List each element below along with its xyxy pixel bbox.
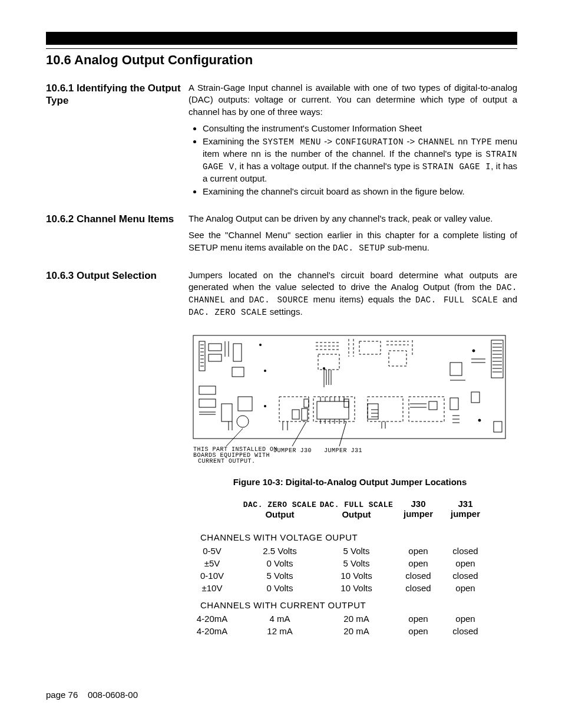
svg-rect-0: [193, 335, 505, 439]
table-row: ±10V0 Volts10 Voltsclosedopen: [183, 582, 517, 594]
subsection-heading: 10.6.1 Identifying the Output Type: [46, 82, 189, 107]
table-cell: 10 Volts: [318, 583, 395, 593]
table-cell: 4-20mA: [183, 626, 242, 636]
table-cell: 0-10V: [183, 571, 242, 581]
table-cell: closed: [395, 571, 442, 581]
svg-rect-74: [450, 363, 462, 375]
figure-note-line: CURRENT OUTPUT.: [198, 458, 256, 465]
paragraph: Jumpers located on the channel's circuit…: [189, 269, 517, 318]
table-header: DAC. ZERO SCALEOutput DAC. FULL SCALEOut…: [183, 498, 517, 521]
paragraph: A Strain-Gage Input channel is available…: [189, 82, 517, 118]
table-cell: ±5V: [183, 558, 242, 568]
table-cell: 10 Volts: [318, 571, 395, 581]
table-cell: 20 mA: [318, 614, 395, 624]
table-cell: closed: [395, 583, 442, 593]
list-item: Examining the SYSTEM MENU -> CONFIGURATI…: [203, 136, 517, 185]
table-cell: 0 Volts: [242, 583, 318, 593]
table-cell: open: [395, 546, 442, 556]
table-row: 0-10V5 Volts10 Voltsclosedclosed: [183, 569, 517, 582]
page-footer: page 76 008-0608-00: [46, 690, 138, 700]
table-cell: open: [442, 583, 489, 593]
svg-line-99: [339, 421, 346, 446]
jumper-table: DAC. ZERO SCALEOutput DAC. FULL SCALEOut…: [183, 498, 517, 637]
table-cell: 12 mA: [242, 626, 318, 636]
table-cell: open: [442, 614, 489, 624]
page-number: page 76: [46, 690, 78, 700]
header-rule: [46, 48, 517, 49]
svg-point-80: [472, 350, 475, 352]
svg-point-84: [478, 419, 481, 421]
svg-rect-17: [199, 399, 216, 407]
header-bar: [46, 32, 517, 45]
table-row: 0-5V2.5 Volts5 Voltsopenclosed: [183, 545, 517, 557]
subsection-heading: 10.6.2 Channel Menu Items: [46, 213, 189, 225]
svg-rect-10: [209, 354, 222, 361]
svg-rect-15: [232, 367, 244, 377]
svg-rect-56: [389, 351, 406, 366]
table-section-current: CHANNELS WITH CURRENT OUTPUT: [183, 594, 517, 612]
svg-rect-63: [368, 397, 403, 421]
subsection-10-6-2: 10.6.2 Channel Menu Items The Analog Out…: [46, 213, 517, 258]
svg-rect-24: [238, 397, 252, 411]
subsection-10-6-3: 10.6.3 Output Selection Jumpers located …: [46, 269, 517, 323]
table-cell: ±10V: [183, 583, 242, 593]
table-cell: open: [395, 626, 442, 636]
figure-caption: Figure 10-3: Digital-to-Analog Output Ju…: [183, 477, 517, 487]
table-cell: 5 Volts: [318, 546, 395, 556]
table-cell: closed: [442, 571, 489, 581]
svg-line-98: [292, 421, 306, 446]
svg-rect-76: [450, 398, 458, 410]
svg-rect-50: [318, 354, 339, 370]
svg-rect-64: [409, 397, 444, 421]
table-cell: closed: [442, 546, 489, 556]
svg-rect-73: [429, 401, 437, 410]
table-cell: closed: [442, 626, 489, 636]
svg-rect-53: [359, 341, 381, 354]
paragraph: See the "Channel Menu" section earlier i…: [189, 229, 517, 253]
table-cell: 2.5 Volts: [242, 546, 318, 556]
svg-point-25: [264, 370, 266, 372]
table-row: ±5V0 Volts5 Voltsopenopen: [183, 557, 517, 569]
table-cell: 4-20mA: [183, 614, 242, 624]
circuit-board-diagram: THIS PART INSTALLED ON BOARDS EQUIPPED W…: [191, 333, 509, 469]
svg-rect-16: [199, 386, 216, 394]
list-item: Examining the channel's circuit board as…: [203, 186, 517, 197]
svg-line-97: [226, 429, 243, 446]
figure-10-3: THIS PART INSTALLED ON BOARDS EQUIPPED W…: [183, 333, 517, 487]
doc-number: 008-0608-00: [88, 690, 138, 700]
svg-rect-46: [304, 399, 309, 407]
subsection-heading: 10.6.3 Output Selection: [46, 269, 189, 282]
svg-rect-20: [222, 404, 232, 421]
svg-rect-32: [302, 409, 308, 420]
table-cell: open: [395, 614, 442, 624]
svg-rect-95: [494, 421, 502, 432]
svg-point-62: [323, 367, 325, 370]
jumper-j31-label: JUMPER J31: [324, 447, 362, 454]
svg-rect-31: [292, 410, 299, 419]
svg-rect-96: [344, 399, 349, 407]
table-section-voltage: CHANNELS WITH VOLTAGE OUPUT: [183, 526, 517, 545]
svg-point-23: [237, 416, 249, 427]
table-cell: open: [395, 558, 442, 568]
subsection-10-6-1: 10.6.1 Identifying the Output Type A Str…: [46, 82, 517, 202]
list-item: Consulting the instrument's Customer Inf…: [203, 123, 517, 134]
table-cell: 5 Volts: [242, 571, 318, 581]
table-row: 4-20mA4 mA20 mAopenopen: [183, 612, 517, 625]
paragraph: The Analog Output can be driven by any c…: [189, 213, 517, 225]
table-cell: 4 mA: [242, 614, 318, 624]
svg-rect-13: [233, 344, 242, 361]
svg-rect-9: [209, 344, 222, 351]
table-cell: open: [442, 558, 489, 568]
svg-rect-83: [471, 392, 480, 403]
bullet-list: Consulting the instrument's Customer Inf…: [189, 123, 517, 197]
table-row: 4-20mA12 mA20 mAopenclosed: [183, 625, 517, 637]
section-title: 10.6 Analog Output Configuration: [46, 52, 517, 68]
jumper-j30-label: JUMPER J30: [273, 447, 312, 454]
table-cell: 0 Volts: [242, 558, 318, 568]
table-cell: 20 mA: [318, 626, 395, 636]
table-cell: 0-5V: [183, 546, 242, 556]
svg-point-14: [259, 344, 262, 346]
table-cell: 5 Volts: [318, 558, 395, 568]
svg-point-26: [264, 405, 266, 407]
